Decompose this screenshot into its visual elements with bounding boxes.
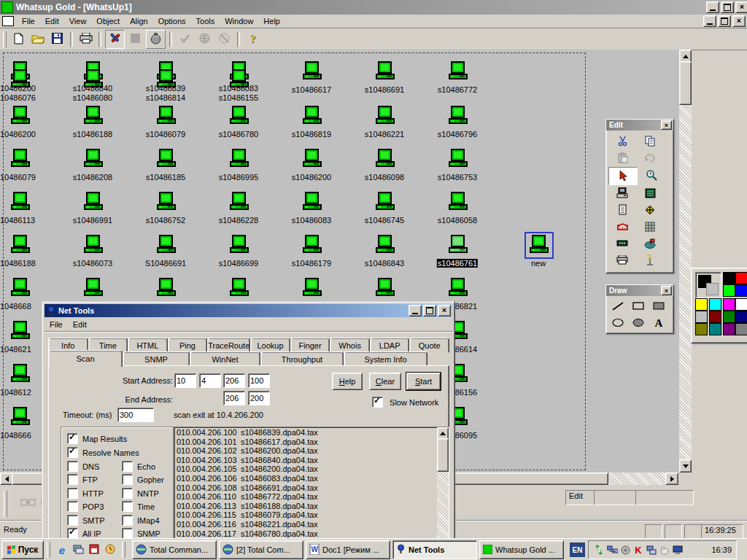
checkbox-time[interactable]: Time (122, 501, 155, 512)
dialog-maximize-button[interactable] (423, 305, 436, 316)
checkbox-pop3[interactable]: POP3 (67, 501, 104, 512)
color-swatch[interactable] (709, 311, 721, 323)
quicklaunch-grip[interactable] (47, 542, 50, 558)
result-row[interactable]: 010.004.206.101s10486617.dpa04.tax (174, 438, 437, 447)
tray-power-icon[interactable] (619, 544, 631, 556)
color-swatch[interactable] (723, 272, 735, 284)
tray-update-icon[interactable] (593, 544, 605, 556)
color-swatch[interactable] (735, 298, 747, 311)
scroll-right-button[interactable] (665, 472, 678, 485)
draw-toolbox-titlebar[interactable]: Draw × (606, 285, 673, 296)
checkbox-ftp[interactable]: FTP (67, 474, 98, 485)
result-row[interactable]: 010.004.206.105s10486200.dpa04.tax (174, 464, 437, 474)
fg-bg-swatch[interactable] (695, 272, 721, 298)
checkbox-all-ip[interactable]: ✓All IP (67, 528, 101, 539)
waypoint-tool[interactable] (636, 202, 664, 219)
checkbox-box[interactable] (67, 501, 78, 512)
color-swatch[interactable] (723, 284, 735, 297)
select-arrow-tool[interactable] (608, 167, 638, 185)
dialog-minimize-button[interactable] (409, 305, 422, 316)
result-row[interactable]: 010.004.206.108s10486691.dpa04.tax (174, 483, 437, 493)
menu-options[interactable]: Options (153, 15, 191, 27)
edit-toolbox-close-icon[interactable]: × (661, 120, 672, 130)
dialog-titlebar[interactable]: Net Tools × (44, 304, 452, 317)
checkbox-http[interactable]: HTTP (67, 488, 104, 499)
menu-align[interactable]: Align (125, 15, 152, 27)
tab-lookup[interactable]: Lookup (250, 338, 290, 353)
result-row[interactable]: 010.004.206.100s10486839.dpa04.tax (174, 428, 437, 438)
tab-finger[interactable]: Finger (290, 338, 330, 353)
timeout-input[interactable] (117, 408, 154, 422)
container-tool[interactable] (636, 185, 664, 202)
tab-scan[interactable]: Scan (48, 350, 123, 367)
checkbox-box[interactable]: ✓ (67, 433, 78, 444)
toolbar-grip[interactable] (3, 31, 7, 47)
checkbox-box[interactable] (122, 515, 133, 526)
checkbox-nntp[interactable]: NNTP (122, 488, 159, 499)
tray-agent-icon[interactable] (659, 544, 670, 556)
taskbar-grip[interactable] (122, 542, 125, 558)
checkbox-box[interactable]: ✓ (67, 447, 78, 458)
start-address-octet-3[interactable] (223, 373, 245, 388)
result-row[interactable]: 010.004.206.113s10486188.dpa04.tax (174, 502, 437, 511)
clear-button[interactable]: Clear (369, 373, 401, 390)
draw-rectangle-tool[interactable] (628, 298, 649, 315)
show-desktop-icon[interactable] (71, 542, 85, 557)
checkbox-box[interactable] (122, 474, 133, 485)
draw-ellipse-tool[interactable] (608, 315, 628, 332)
query-tool[interactable]: ? (636, 252, 664, 269)
tab-snmp[interactable]: SNMP (123, 351, 190, 367)
menu-edit[interactable]: Edit (40, 15, 64, 27)
restore-button[interactable] (721, 1, 734, 13)
result-row[interactable]: 010.004.206.106s10486083.dpa04.tax (174, 474, 437, 483)
checkbox-imap4[interactable]: IMap4 (122, 515, 160, 526)
checkbox-box[interactable] (122, 461, 133, 472)
tab-throughput[interactable]: Throughput (260, 351, 344, 367)
language-indicator[interactable]: EN (570, 542, 585, 557)
checkbox-box[interactable] (67, 515, 78, 526)
results-scroll-thumb[interactable] (437, 438, 449, 472)
result-row[interactable]: 010.004.206.110s10486772.dpa04.tax (174, 492, 437, 502)
checkbox-box[interactable] (122, 501, 133, 512)
tab-quote[interactable]: Quote (409, 338, 449, 353)
minimize-button[interactable] (706, 1, 719, 13)
help-button[interactable]: Help (332, 373, 363, 390)
checkbox-echo[interactable]: Echo (122, 461, 155, 472)
start-button[interactable]: Пуск (1, 540, 44, 559)
printer-tool[interactable] (608, 252, 636, 269)
slow-network-checkbox[interactable]: ✓ Slow Network (372, 397, 438, 408)
new-document-button[interactable] (9, 31, 27, 48)
tray-kaspersky-icon[interactable]: K (632, 544, 644, 556)
color-swatch[interactable] (723, 323, 735, 335)
menu-help[interactable]: Help (258, 15, 285, 27)
tab-traceroute[interactable]: TraceRoute (207, 338, 250, 353)
checkbox-box[interactable] (122, 528, 133, 539)
menu-file[interactable]: File (17, 15, 40, 27)
menu-tools[interactable]: Tools (191, 15, 220, 27)
color-swatch[interactable] (723, 298, 735, 311)
result-row[interactable]: 010.004.206.116s10486221.dpa04.tax (174, 520, 437, 529)
draw-toolbox-close-icon[interactable]: × (661, 286, 672, 295)
menu-view[interactable]: View (64, 15, 92, 27)
start-button[interactable]: Start (406, 373, 441, 390)
vscroll-thumb[interactable] (679, 61, 692, 105)
color-swatch[interactable] (695, 323, 708, 335)
color-swatch[interactable] (709, 298, 721, 311)
close-button[interactable]: × (735, 1, 747, 13)
tab-ldap[interactable]: LDAP (370, 338, 410, 353)
color-swatch[interactable] (723, 311, 735, 323)
color-swatch[interactable] (735, 323, 747, 335)
network-cloud-tool[interactable] (636, 236, 664, 252)
child-system-icon[interactable] (2, 16, 14, 26)
start-address-octet-4[interactable] (248, 373, 270, 388)
tab-whois[interactable]: Whois (330, 338, 370, 353)
media-icon[interactable] (87, 542, 101, 557)
child-restore-button[interactable] (718, 15, 731, 27)
start-address-octet-2[interactable] (199, 373, 221, 388)
tray-lan-icon[interactable] (646, 544, 657, 556)
end-address-octet-3[interactable] (223, 391, 245, 405)
checkbox-box[interactable] (122, 488, 133, 499)
scroll-down-button[interactable] (679, 459, 692, 472)
checkbox-dns[interactable]: DNS (67, 461, 99, 472)
workstation-tool[interactable] (608, 185, 636, 202)
